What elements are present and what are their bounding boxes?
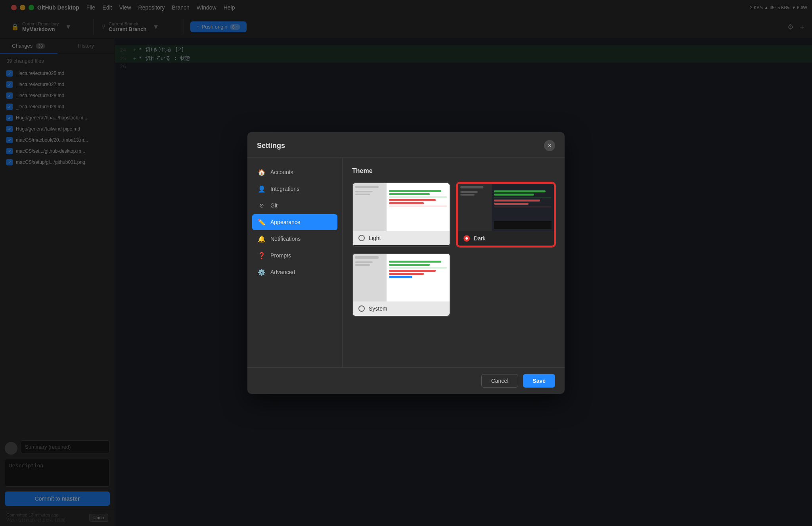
git-icon: ⊙ bbox=[258, 202, 266, 209]
close-dialog-button[interactable]: × bbox=[544, 140, 555, 151]
radio-light[interactable] bbox=[358, 235, 365, 241]
settings-content: Theme bbox=[343, 158, 565, 367]
theme-name-dark: Dark bbox=[474, 235, 486, 242]
theme-label-row: Dark bbox=[458, 231, 554, 246]
dialog-body: 🏠 Accounts 👤 Integrations ⊙ Git ✏️ Appea… bbox=[247, 158, 565, 367]
dialog-title: Settings bbox=[257, 142, 285, 150]
sidebar-item-appearance[interactable]: ✏️ Appearance bbox=[252, 214, 337, 230]
pencil-icon: ✏️ bbox=[258, 218, 266, 226]
theme-name-light: Light bbox=[369, 235, 381, 241]
person-icon: 👤 bbox=[258, 185, 266, 193]
system-theme-preview bbox=[353, 254, 450, 301]
question-icon: ❓ bbox=[258, 251, 266, 259]
theme-section-title: Theme bbox=[352, 167, 555, 175]
git-label: Git bbox=[270, 202, 278, 209]
preview-content bbox=[492, 184, 554, 231]
theme-card-dark[interactable]: Dark bbox=[457, 182, 555, 247]
settings-nav: 🏠 Accounts 👤 Integrations ⊙ Git ✏️ Appea… bbox=[247, 158, 343, 367]
settings-dialog: Settings × 🏠 Accounts 👤 Integrations ⊙ G… bbox=[247, 132, 565, 394]
dark-theme-preview bbox=[458, 184, 554, 231]
radio-dark[interactable] bbox=[463, 235, 470, 242]
modal-overlay: Settings × 🏠 Accounts 👤 Integrations ⊙ G… bbox=[0, 0, 812, 526]
preview-sidebar bbox=[353, 183, 387, 231]
bell-icon: 🔔 bbox=[258, 235, 266, 243]
gear-icon: ⚙️ bbox=[258, 268, 266, 276]
sidebar-item-git[interactable]: ⊙ Git bbox=[252, 198, 337, 213]
sidebar-item-prompts[interactable]: ❓ Prompts bbox=[252, 248, 337, 263]
advanced-label: Advanced bbox=[270, 269, 295, 275]
accounts-label: Accounts bbox=[270, 169, 293, 175]
sidebar-item-accounts[interactable]: 🏠 Accounts bbox=[252, 164, 337, 180]
sidebar-item-notifications[interactable]: 🔔 Notifications bbox=[252, 231, 337, 247]
save-button[interactable]: Save bbox=[523, 374, 555, 388]
prompts-label: Prompts bbox=[270, 252, 291, 259]
home-icon: 🏠 bbox=[258, 168, 266, 176]
light-theme-preview bbox=[353, 183, 450, 231]
integrations-label: Integrations bbox=[270, 186, 299, 192]
radio-system[interactable] bbox=[358, 305, 365, 312]
theme-name-system: System bbox=[369, 305, 387, 312]
preview-sidebar bbox=[353, 254, 387, 301]
appearance-label: Appearance bbox=[270, 219, 301, 225]
dialog-header: Settings × bbox=[247, 132, 565, 158]
preview-content bbox=[387, 183, 450, 231]
preview-sidebar bbox=[458, 184, 492, 231]
notifications-label: Notifications bbox=[270, 236, 301, 242]
dialog-footer: Cancel Save bbox=[247, 367, 565, 394]
theme-card-system[interactable]: System bbox=[352, 253, 450, 317]
preview-content bbox=[387, 254, 450, 301]
sidebar-item-integrations[interactable]: 👤 Integrations bbox=[252, 181, 337, 197]
cancel-button[interactable]: Cancel bbox=[481, 374, 519, 388]
sidebar-item-advanced[interactable]: ⚙️ Advanced bbox=[252, 264, 337, 280]
theme-label-row: System bbox=[353, 301, 450, 316]
theme-card-light[interactable]: Light bbox=[352, 182, 450, 247]
theme-label-row: Light bbox=[353, 231, 450, 245]
theme-grid: Light bbox=[352, 182, 555, 317]
